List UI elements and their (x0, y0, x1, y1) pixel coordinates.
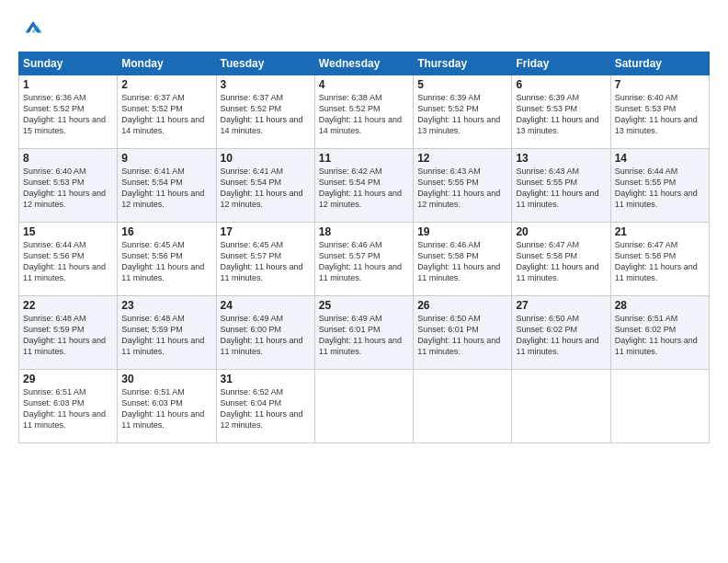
sunset-text: Sunset: 5:55 PM (516, 177, 606, 188)
daylight-text: Daylight: 11 hours and 11 minutes. (221, 335, 311, 357)
calendar-cell: 20 Sunrise: 6:47 AM Sunset: 5:58 PM Dayl… (512, 223, 610, 296)
day-number: 13 (516, 152, 606, 165)
sunset-text: Sunset: 5:54 PM (121, 177, 211, 188)
calendar-cell: 21 Sunrise: 6:47 AM Sunset: 5:58 PM Dayl… (610, 223, 709, 296)
sunrise-text: Sunrise: 6:41 AM (121, 166, 211, 177)
sunset-text: Sunset: 5:58 PM (615, 250, 705, 261)
cell-info: Sunrise: 6:43 AM Sunset: 5:55 PM Dayligh… (417, 166, 507, 211)
day-number: 27 (516, 299, 606, 312)
sunset-text: Sunset: 5:59 PM (23, 324, 113, 335)
sunset-text: Sunset: 5:57 PM (319, 250, 409, 261)
cell-info: Sunrise: 6:48 AM Sunset: 5:59 PM Dayligh… (23, 313, 113, 358)
sunset-text: Sunset: 5:52 PM (319, 103, 409, 114)
sunset-text: Sunset: 6:01 PM (417, 324, 507, 335)
daylight-text: Daylight: 11 hours and 11 minutes. (417, 261, 507, 283)
calendar-cell (414, 370, 512, 443)
calendar-week: 8 Sunrise: 6:40 AM Sunset: 5:53 PM Dayli… (19, 149, 710, 223)
day-number: 16 (121, 225, 211, 238)
sunrise-text: Sunrise: 6:39 AM (417, 92, 507, 103)
daylight-text: Daylight: 11 hours and 14 minutes. (221, 114, 311, 136)
calendar-cell: 24 Sunrise: 6:49 AM Sunset: 6:00 PM Dayl… (216, 296, 314, 370)
cell-info: Sunrise: 6:41 AM Sunset: 5:54 PM Dayligh… (121, 166, 211, 211)
day-number: 10 (221, 152, 311, 165)
day-number: 21 (615, 225, 705, 238)
cell-info: Sunrise: 6:51 AM Sunset: 6:03 PM Dayligh… (121, 386, 211, 431)
daylight-text: Daylight: 11 hours and 11 minutes. (23, 261, 113, 283)
daylight-text: Daylight: 11 hours and 11 minutes. (516, 261, 606, 283)
header (18, 15, 710, 44)
daylight-text: Daylight: 11 hours and 11 minutes. (615, 261, 705, 283)
calendar-header: SundayMondayTuesdayWednesdayThursdayFrid… (19, 52, 710, 75)
day-number: 31 (221, 373, 311, 385)
cell-info: Sunrise: 6:51 AM Sunset: 6:03 PM Dayligh… (23, 386, 113, 431)
sunset-text: Sunset: 6:01 PM (319, 324, 409, 335)
calendar-cell: 1 Sunrise: 6:36 AM Sunset: 5:52 PM Dayli… (19, 75, 118, 149)
calendar-cell: 5 Sunrise: 6:39 AM Sunset: 5:52 PM Dayli… (414, 75, 512, 149)
daylight-text: Daylight: 11 hours and 15 minutes. (23, 114, 113, 136)
logo-icon (20, 15, 46, 40)
sunset-text: Sunset: 5:55 PM (615, 177, 705, 188)
cell-info: Sunrise: 6:46 AM Sunset: 5:58 PM Dayligh… (417, 239, 507, 284)
day-number: 2 (121, 78, 211, 91)
cell-info: Sunrise: 6:40 AM Sunset: 5:53 PM Dayligh… (615, 92, 705, 137)
calendar-week: 22 Sunrise: 6:48 AM Sunset: 5:59 PM Dayl… (19, 296, 710, 370)
day-number: 9 (121, 152, 211, 165)
day-header: Monday (118, 52, 216, 75)
day-header: Thursday (414, 52, 512, 75)
day-number: 14 (615, 152, 705, 165)
daylight-text: Daylight: 11 hours and 11 minutes. (516, 335, 606, 357)
day-number: 22 (23, 299, 113, 312)
cell-info: Sunrise: 6:46 AM Sunset: 5:57 PM Dayligh… (319, 239, 409, 284)
day-number: 23 (121, 299, 211, 312)
daylight-text: Daylight: 11 hours and 12 minutes. (121, 188, 211, 210)
sunrise-text: Sunrise: 6:37 AM (121, 92, 211, 103)
sunset-text: Sunset: 5:54 PM (319, 177, 409, 188)
sunrise-text: Sunrise: 6:45 AM (121, 239, 211, 250)
cell-info: Sunrise: 6:51 AM Sunset: 6:02 PM Dayligh… (615, 313, 705, 358)
sunset-text: Sunset: 6:02 PM (615, 324, 705, 335)
day-header: Friday (512, 52, 610, 75)
calendar-week: 15 Sunrise: 6:44 AM Sunset: 5:56 PM Dayl… (19, 223, 710, 296)
daylight-text: Daylight: 11 hours and 13 minutes. (417, 114, 507, 136)
sunrise-text: Sunrise: 6:43 AM (417, 166, 507, 177)
day-header: Tuesday (216, 52, 314, 75)
sunrise-text: Sunrise: 6:38 AM (319, 92, 409, 103)
daylight-text: Daylight: 11 hours and 11 minutes. (23, 408, 113, 431)
daylight-text: Daylight: 11 hours and 12 minutes. (23, 188, 113, 210)
daylight-text: Daylight: 11 hours and 11 minutes. (319, 261, 409, 283)
sunrise-text: Sunrise: 6:50 AM (516, 313, 606, 324)
calendar-cell: 22 Sunrise: 6:48 AM Sunset: 5:59 PM Dayl… (19, 296, 118, 370)
calendar-cell: 7 Sunrise: 6:40 AM Sunset: 5:53 PM Dayli… (610, 75, 709, 149)
calendar-body: 1 Sunrise: 6:36 AM Sunset: 5:52 PM Dayli… (19, 75, 710, 443)
calendar-cell: 18 Sunrise: 6:46 AM Sunset: 5:57 PM Dayl… (314, 223, 413, 296)
sunrise-text: Sunrise: 6:51 AM (23, 386, 113, 397)
day-header: Sunday (19, 52, 118, 75)
cell-info: Sunrise: 6:37 AM Sunset: 5:52 PM Dayligh… (221, 92, 311, 137)
sunset-text: Sunset: 6:03 PM (23, 397, 113, 408)
cell-info: Sunrise: 6:49 AM Sunset: 6:00 PM Dayligh… (221, 313, 311, 358)
calendar-cell: 12 Sunrise: 6:43 AM Sunset: 5:55 PM Dayl… (414, 149, 512, 223)
day-header: Saturday (610, 52, 709, 75)
calendar-cell: 14 Sunrise: 6:44 AM Sunset: 5:55 PM Dayl… (610, 149, 709, 223)
day-number: 19 (417, 225, 507, 238)
day-number: 17 (221, 225, 311, 238)
day-number: 1 (23, 78, 113, 91)
day-number: 24 (221, 299, 311, 312)
cell-info: Sunrise: 6:42 AM Sunset: 5:54 PM Dayligh… (319, 166, 409, 211)
sunrise-text: Sunrise: 6:48 AM (121, 313, 211, 324)
day-number: 26 (417, 299, 507, 312)
cell-info: Sunrise: 6:48 AM Sunset: 5:59 PM Dayligh… (121, 313, 211, 358)
daylight-text: Daylight: 11 hours and 11 minutes. (319, 335, 409, 357)
calendar-cell: 13 Sunrise: 6:43 AM Sunset: 5:55 PM Dayl… (512, 149, 610, 223)
sunrise-text: Sunrise: 6:44 AM (23, 239, 113, 250)
calendar-cell: 25 Sunrise: 6:49 AM Sunset: 6:01 PM Dayl… (314, 296, 413, 370)
calendar-week: 29 Sunrise: 6:51 AM Sunset: 6:03 PM Dayl… (19, 370, 710, 443)
sunset-text: Sunset: 6:02 PM (516, 324, 606, 335)
sunset-text: Sunset: 5:53 PM (615, 103, 705, 114)
cell-info: Sunrise: 6:47 AM Sunset: 5:58 PM Dayligh… (615, 239, 705, 284)
daylight-text: Daylight: 11 hours and 13 minutes. (615, 114, 705, 136)
sunrise-text: Sunrise: 6:37 AM (221, 92, 311, 103)
sunset-text: Sunset: 5:56 PM (23, 250, 113, 261)
cell-info: Sunrise: 6:45 AM Sunset: 5:56 PM Dayligh… (121, 239, 211, 284)
sunset-text: Sunset: 5:52 PM (23, 103, 113, 114)
